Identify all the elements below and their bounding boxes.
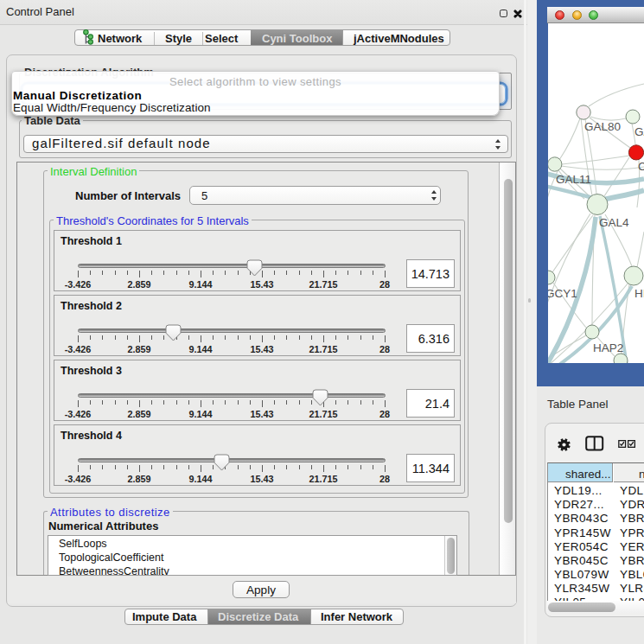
svg-text:GAL11: GAL11 <box>556 173 591 186</box>
svg-text:GAL80: GAL80 <box>584 120 621 133</box>
svg-text:C: C <box>638 160 644 173</box>
svg-text:HAP2: HAP2 <box>593 341 623 354</box>
svg-text:GAL4: GAL4 <box>599 216 629 229</box>
svg-text:HI: HI <box>634 287 644 300</box>
svg-text:GCY1: GCY1 <box>548 287 577 300</box>
svg-text:GA: GA <box>634 125 644 138</box>
